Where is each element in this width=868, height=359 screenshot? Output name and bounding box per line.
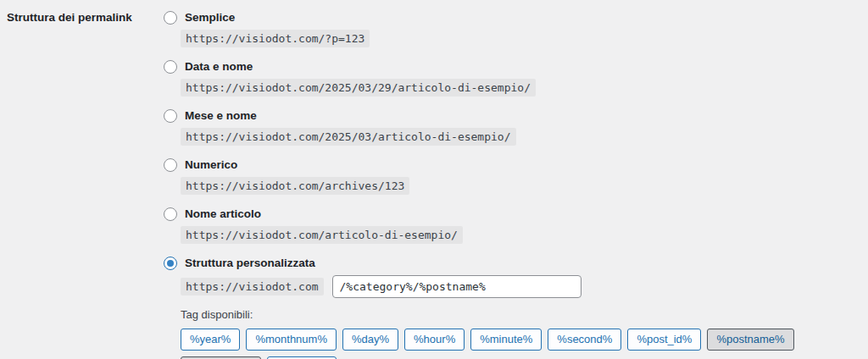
radio-button-icon[interactable] <box>164 158 177 172</box>
permalink-option: Nome articolo https://visiodot.com/artic… <box>164 207 868 244</box>
custom-structure-input-row: https://visiodot.com <box>181 275 868 298</box>
permalink-option-radio-row[interactable]: Data e nome <box>164 59 868 74</box>
permalink-example-url: https://visiodot.com/archives/123 <box>181 177 409 195</box>
permalink-settings-row: Struttura dei permalink Semplice https:/… <box>0 0 868 359</box>
available-tags-label: Tag disponibili: <box>181 308 868 321</box>
permalink-option-radio-row[interactable]: Mese e nome <box>164 108 868 123</box>
radio-button-icon[interactable] <box>164 11 177 25</box>
radio-button-icon[interactable] <box>164 257 177 270</box>
radio-button-icon[interactable] <box>164 109 177 123</box>
permalink-option: Numerico https://visiodot.com/archives/1… <box>164 157 868 195</box>
permalink-example-url: https://visiodot.com/articolo-di-esempio… <box>181 226 463 244</box>
permalink-option-label: Struttura personalizzata <box>185 256 315 270</box>
permalink-option: Struttura personalizzata https://visiodo… <box>164 256 868 359</box>
permalink-option-label: Data e nome <box>185 59 253 74</box>
permalink-option-radio-row[interactable]: Struttura personalizzata <box>164 256 868 270</box>
permalink-tag-button[interactable]: %hour% <box>404 329 465 351</box>
permalink-option-radio-row[interactable]: Numerico <box>164 157 868 172</box>
custom-structure-input[interactable] <box>332 275 581 298</box>
permalink-tag-button[interactable]: %year% <box>181 329 240 351</box>
permalink-example-url: https://visiodot.com/?p=123 <box>181 30 370 47</box>
permalink-tag-button[interactable]: %minute% <box>470 329 542 351</box>
permalink-option: Data e nome https://visiodot.com/2025/03… <box>164 59 868 97</box>
radio-button-icon[interactable] <box>164 60 177 74</box>
permalink-tag-button[interactable]: %second% <box>548 329 621 351</box>
permalink-options-container: Semplice https://visiodot.com/?p=123 Dat… <box>164 10 868 359</box>
permalink-option-radio-row[interactable]: Nome articolo <box>164 207 868 221</box>
permalink-option: Semplice https://visiodot.com/?p=123 <box>164 10 868 47</box>
permalink-option: Mese e nome https://visiodot.com/2025/03… <box>164 108 868 146</box>
permalink-tag-button[interactable]: %post_id% <box>627 329 701 351</box>
permalink-option-label: Numerico <box>185 157 237 172</box>
permalink-example-url: https://visiodot.com/2025/03/29/articolo… <box>181 79 536 97</box>
permalink-options-list: Semplice https://visiodot.com/?p=123 Dat… <box>164 10 868 359</box>
radio-button-icon[interactable] <box>164 207 177 221</box>
permalink-option-label: Mese e nome <box>185 108 257 123</box>
permalink-tag-button[interactable]: %postname% <box>707 329 793 351</box>
available-tags-row: %year% %monthnum% %day% %hour% %minute% … <box>181 329 868 359</box>
permalink-option-radio-row[interactable]: Semplice <box>164 10 868 25</box>
permalink-option-label: Semplice <box>185 10 235 25</box>
site-url-prefix: https://visiodot.com <box>181 278 324 295</box>
permalink-tag-button[interactable]: %day% <box>342 329 398 351</box>
permalink-tag-button[interactable]: %monthnum% <box>246 329 337 351</box>
permalink-option-label: Nome articolo <box>185 207 261 221</box>
custom-structure-area: https://visiodot.com Tag disponibili: %y… <box>164 275 868 359</box>
permalink-structure-label: Struttura dei permalink <box>0 10 164 25</box>
permalink-example-url: https://visiodot.com/2025/03/articolo-di… <box>181 128 516 146</box>
